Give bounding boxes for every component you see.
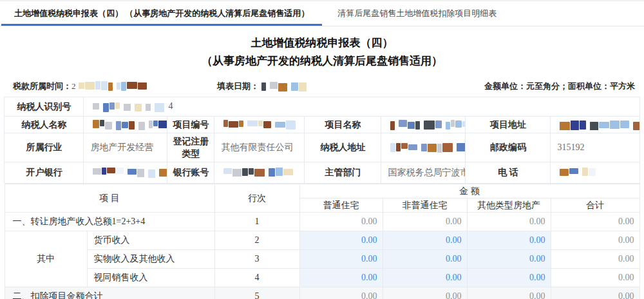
taxpayer-id-label: 纳税人识别号: [5, 97, 84, 117]
row1-non-ordinary-value: 0.00: [383, 213, 467, 231]
table-row: 其中 货币收入 2 0.00 0.00 0.00 0.00: [5, 231, 639, 250]
industry-value: 房地产开发经营: [84, 133, 167, 162]
tab-deduction-items-detail[interactable]: 清算后尾盘销售土地增值税扣除项目明细表: [323, 1, 511, 26]
row4-non-ordinary-input[interactable]: 0.00: [383, 269, 467, 287]
tab-declaration-form-4[interactable]: 土地增值税纳税申报表（四） （从事房地产开发的纳税人清算后尾盘销售适用）: [0, 1, 323, 26]
taxpayer-id-value: 4: [84, 97, 639, 117]
project-no-redacted-value: [223, 120, 299, 130]
project-name-label: 项目名称: [305, 117, 381, 133]
row3-ordinary-input[interactable]: 0.00: [299, 250, 383, 269]
group-including-label: 其中: [5, 231, 87, 287]
meta-row: 税款所属时间：2 填表日期： 金额单位：元至角分；面积单位：平方米: [0, 81, 644, 95]
table-row: 二、扣除项目金额合计 5 0.00 0.00 0.00 0.00: [5, 287, 639, 299]
row5-ordinary-value: 0.00: [299, 287, 383, 299]
fill-date: 填表日期：: [217, 81, 310, 92]
row3-total-value: 0.00: [551, 250, 639, 269]
project-name-value: [381, 117, 466, 133]
row1-line-no: 1: [214, 213, 299, 231]
registration-type-value: 其他有限责任公司: [214, 133, 305, 162]
header-amount: 金 额: [299, 184, 639, 198]
taxpayer-addr-label: 纳税人地址: [305, 133, 381, 162]
taxpayer-addr-redacted-value: [390, 142, 466, 153]
row3-item: 实物收入及其他收入: [87, 250, 214, 269]
phone-value: [551, 162, 639, 184]
row5-other-value: 0.00: [467, 287, 551, 299]
row3-non-ordinary-input[interactable]: 0.00: [383, 250, 467, 269]
row5-total-value: 0.00: [551, 287, 639, 299]
industry-label: 所属行业: [5, 133, 84, 162]
row2-item: 货币收入: [87, 231, 214, 250]
row3-line-no: 3: [214, 250, 299, 269]
row4-line-no: 4: [214, 269, 299, 287]
table-row: 所属行业 房地产开发经营 登记注册类型 其他有限责任公司 纳税人地址 邮政编码 …: [5, 133, 639, 162]
project-no-value: [214, 117, 305, 133]
row5-line-no: 5: [214, 287, 299, 299]
phone-redacted-value: [560, 168, 596, 178]
taxpayer-addr-value: [381, 133, 466, 162]
header-item: 项 目: [5, 184, 214, 213]
header-other-real-estate: 其他类型房地产: [467, 198, 551, 213]
table-row: 开户银行 银行账号 主管部门 国家税务总局宁波市鄞州区税务局 电 话: [5, 162, 639, 184]
taxpayer-name-label: 纳税人名称: [5, 117, 84, 133]
tab-bar: 土地增值税纳税申报表（四） （从事房地产开发的纳税人清算后尾盘销售适用） 清算后…: [0, 0, 644, 26]
authority-value: 国家税务总局宁波市鄞州区税务局: [381, 162, 466, 184]
fill-date-redacted-value: [261, 81, 310, 92]
row2-other-input[interactable]: 0.00: [467, 231, 551, 250]
table-row: 实物收入及其他收入 3 0.00 0.00 0.00 0.00: [5, 250, 639, 269]
row5-item: 二、扣除项目金额合计: [5, 287, 214, 299]
amounts-table: 项 目 行次 金 额 普通住宅 非普通住宅 其他类型房地产 合计 一、转让房地产…: [5, 184, 640, 299]
tax-period: 税款所属时间：2: [13, 81, 147, 92]
postcode-label: 邮政编码: [466, 133, 551, 162]
form-title: 土地增值税纳税申报表（四）: [0, 35, 644, 51]
taxpayer-id-suffix: 4: [168, 101, 173, 111]
header-non-ordinary-residence: 非普通住宅: [383, 198, 467, 213]
project-no-label: 项目编号: [167, 117, 214, 133]
tax-period-label: 税款所属时间：: [13, 81, 71, 92]
row2-line-no: 2: [214, 231, 299, 250]
bank-redacted-value: [93, 168, 167, 178]
bank-account-redacted-value: [223, 168, 294, 178]
authority-label: 主管部门: [305, 162, 381, 184]
row2-ordinary-input[interactable]: 0.00: [299, 231, 383, 250]
tax-period-redacted-value: [79, 81, 147, 92]
taxpayer-id-redacted-value: [93, 102, 168, 112]
row4-total-value: 0.00: [551, 269, 639, 287]
project-name-redacted-value: [390, 120, 466, 130]
project-addr-redacted-value: [560, 120, 639, 130]
row4-other-input[interactable]: 0.00: [467, 269, 551, 287]
row1-total-value: 0.00: [551, 213, 639, 231]
table-row: 视同销售收入 4 0.00 0.00 0.00 0.00: [5, 269, 639, 287]
registration-type-label: 登记注册类型: [167, 133, 214, 162]
header-line-no: 行次: [214, 184, 299, 213]
table-row: 一、转让房地产收入总额1=2+3+4 1 0.00 0.00 0.00 0.00: [5, 213, 639, 231]
bank-value: [84, 162, 167, 184]
fill-date-label: 填表日期：: [217, 81, 259, 92]
taxpayer-info-table: 纳税人识别号 4 纳税人名称 项目编号 项目名称 项目地址 所属行业 房地产开发…: [4, 97, 639, 184]
row4-item: 视同销售收入: [87, 269, 214, 287]
tax-period-prefix: 2: [71, 81, 76, 92]
table-row: 纳税人识别号 4: [5, 97, 639, 117]
taxpayer-name-value: [84, 117, 167, 133]
project-addr-label: 项目地址: [466, 117, 551, 133]
table-row: 纳税人名称 项目编号 项目名称 项目地址: [5, 117, 639, 133]
bank-label: 开户银行: [5, 162, 84, 184]
row1-other-value: 0.00: [467, 213, 551, 231]
bank-account-value: [214, 162, 305, 184]
row1-ordinary-value: 0.00: [299, 213, 383, 231]
form-subtitle: （从事房地产开发的纳税人清算后尾盘销售适用）: [0, 53, 644, 69]
table-header-row: 项 目 行次 金 额: [5, 184, 639, 198]
project-addr-value: [551, 117, 639, 133]
row5-non-ordinary-value: 0.00: [383, 287, 467, 299]
postcode-value: 315192: [551, 133, 639, 162]
row3-other-input[interactable]: 0.00: [467, 250, 551, 269]
row2-non-ordinary-input[interactable]: 0.00: [383, 231, 467, 250]
bank-account-label: 银行账号: [167, 162, 214, 184]
taxpayer-name-redacted-value: [93, 120, 167, 130]
row4-ordinary-input[interactable]: 0.00: [299, 269, 383, 287]
row1-item: 一、转让房地产收入总额1=2+3+4: [5, 213, 214, 231]
row2-total-value: 0.00: [551, 231, 639, 250]
phone-label: 电 话: [466, 162, 551, 184]
header-ordinary-residence: 普通住宅: [299, 198, 383, 213]
header-total: 合计: [551, 198, 639, 213]
units-note: 金额单位：元至角分；面积单位：平方米: [484, 81, 635, 92]
